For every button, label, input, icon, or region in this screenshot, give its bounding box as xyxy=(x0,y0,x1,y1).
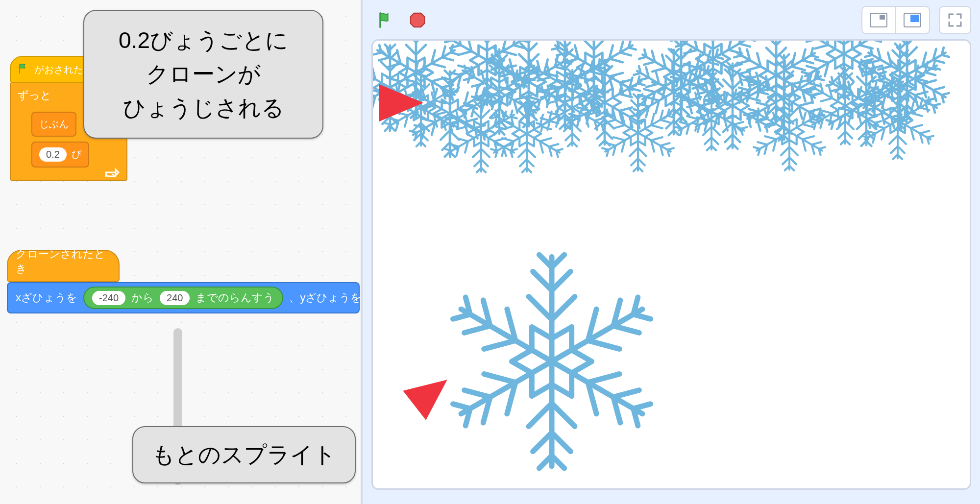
stage-header xyxy=(371,5,971,35)
stage[interactable] xyxy=(371,39,971,490)
block-pick-random[interactable]: -240 から 240 までのらんすう xyxy=(83,287,283,309)
block-number-input[interactable]: 240 xyxy=(160,291,190,305)
block-label: 、yざひょうを xyxy=(289,290,362,305)
annotation-line: もとのスプライト xyxy=(152,442,336,467)
large-stage-button[interactable] xyxy=(896,6,930,34)
svg-rect-2 xyxy=(880,15,885,20)
block-create-clone[interactable]: じぶん xyxy=(31,112,76,137)
original-sprite-snowflake[interactable] xyxy=(437,246,667,477)
block-label: び xyxy=(72,148,81,161)
block-goto-xy[interactable]: xざひょうを -240 から 240 までのらんすう 、yざひょうを 180 に… xyxy=(7,282,360,313)
clone-snowflake xyxy=(670,70,753,153)
svg-rect-4 xyxy=(910,15,919,22)
annotation-line: 0.2びょうごとに xyxy=(103,24,304,57)
block-label: xざひょうを xyxy=(16,290,77,305)
block-label: までのらんすう xyxy=(196,290,274,305)
block-label: から xyxy=(131,290,154,305)
svg-marker-0 xyxy=(411,13,424,27)
block-when-cloned[interactable]: クローンされたとき xyxy=(7,250,120,282)
annotation-line: クローンが xyxy=(103,57,304,91)
block-stack-clone: クローンされたとき xざひょうを -240 から 240 までのらんすう 、yざ… xyxy=(7,250,360,313)
annotation-top: 0.2びょうごとに クローンが ひょうじされる xyxy=(83,10,323,139)
block-label: クローンされたとき xyxy=(16,247,111,276)
clone-snowflake xyxy=(596,91,680,174)
small-stage-button[interactable] xyxy=(861,6,896,34)
fullscreen-button[interactable] xyxy=(939,6,971,34)
block-number-input[interactable]: -240 xyxy=(92,291,125,305)
annotation-line: ひょうじされる xyxy=(103,91,304,125)
stage-pane xyxy=(363,0,980,504)
stop-button[interactable] xyxy=(404,8,431,32)
clone-snowflake xyxy=(856,79,939,162)
green-flag-button[interactable] xyxy=(371,8,399,32)
annotation-bottom: もとのスプライト xyxy=(132,426,356,483)
block-wait[interactable]: 0.2 び xyxy=(31,142,89,168)
block-arg: じぶん xyxy=(39,118,69,131)
block-number-input[interactable]: 0.2 xyxy=(39,147,67,162)
flag-icon xyxy=(18,63,29,77)
